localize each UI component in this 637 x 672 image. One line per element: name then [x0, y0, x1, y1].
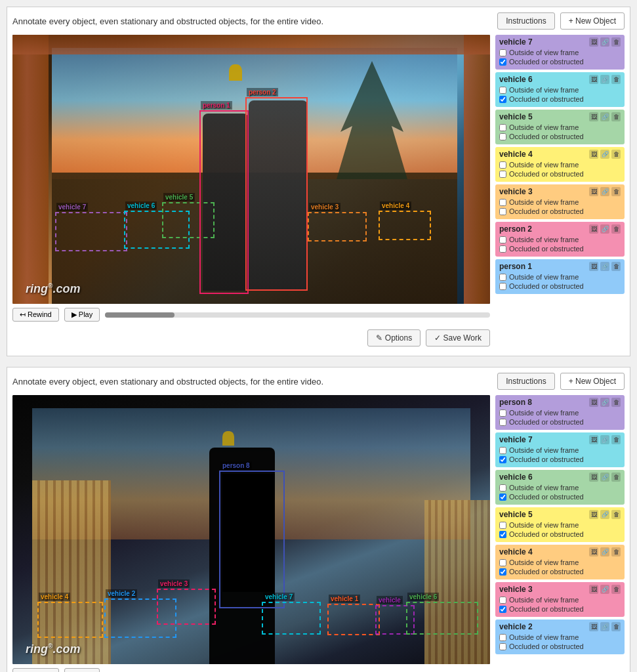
- object-header-vehicle5-p2: vehicle 5 🖼 🔗 🗑: [499, 510, 621, 519]
- delete-icon-vehicle4-p1[interactable]: 🗑: [611, 150, 621, 159]
- image-icon-vehicle5[interactable]: 🖼: [589, 112, 598, 121]
- occluded-checkbox-vehicle5-p2[interactable]: [499, 531, 506, 538]
- occluded-checkbox-vehicle2-p2[interactable]: [499, 643, 506, 650]
- link-icon-vehicle7-p2[interactable]: 🔗: [600, 435, 609, 444]
- object-name-vehicle7-p2: vehicle 7: [499, 435, 533, 444]
- object-list-2: person 8 🖼 🔗 🗑 Outside of view frame Occ…: [495, 395, 625, 672]
- link-icon-person2-p1[interactable]: 🔗: [600, 224, 609, 234]
- outside-checkbox-vehicle6-p2[interactable]: [499, 484, 506, 492]
- object-item-vehicle3-p1: vehicle 3 🖼 🔗 🗑 Outside of view frame Oc…: [495, 184, 625, 219]
- link-icon-vehicle6-p2[interactable]: 🔗: [600, 472, 609, 482]
- outside-checkbox-vehicle3-p2[interactable]: [499, 597, 506, 604]
- link-icon-vehicle5-p2[interactable]: 🔗: [600, 510, 609, 519]
- save-button-1[interactable]: ✓ Save Work: [426, 329, 490, 346]
- occluded-checkbox-vehicle5[interactable]: [499, 133, 506, 140]
- occluded-checkbox-person1-p1[interactable]: [499, 283, 506, 290]
- occluded-checkbox-person8-p2[interactable]: [499, 419, 506, 426]
- delete-icon-vehicle3-p1[interactable]: 🗑: [611, 187, 621, 196]
- play-button-2[interactable]: ▶ Play: [64, 668, 100, 672]
- occluded-checkbox-vehicle3-p1[interactable]: [499, 208, 506, 215]
- outside-checkbox-vehicle5[interactable]: [499, 124, 506, 131]
- new-object-button-1[interactable]: + New Object: [560, 12, 625, 30]
- outside-checkbox-vehicle4-p1[interactable]: [499, 161, 506, 169]
- outside-checkbox-vehicle3-p1[interactable]: [499, 199, 506, 206]
- delete-icon-person1-p1[interactable]: 🗑: [611, 262, 621, 271]
- outside-checkbox-person2-p1[interactable]: [499, 236, 506, 243]
- outside-checkbox-vehicle2-p2[interactable]: [499, 634, 506, 641]
- image-icon-person1-p1[interactable]: 🖼: [589, 262, 598, 271]
- outside-checkbox-person8-p2[interactable]: [499, 410, 506, 417]
- link-icon-person1-p1[interactable]: 🔗: [600, 262, 609, 271]
- link-icon-person8-p2[interactable]: 🔗: [600, 398, 609, 407]
- new-object-button-2[interactable]: + New Object: [560, 373, 625, 390]
- image-icon-vehicle7[interactable]: 🖼: [589, 37, 598, 47]
- occluded-checkbox-vehicle6-p2[interactable]: [499, 494, 506, 501]
- image-icon-vehicle3-p2[interactable]: 🖼: [589, 585, 598, 594]
- outside-checkbox-vehicle5-p2[interactable]: [499, 522, 506, 529]
- outside-checkbox-person1-p1[interactable]: [499, 274, 506, 281]
- image-icon-vehicle2-p2[interactable]: 🖼: [589, 622, 598, 631]
- image-icon-vehicle3-p1[interactable]: 🖼: [589, 187, 598, 196]
- image-icon-person8-p2[interactable]: 🖼: [589, 398, 598, 407]
- link-icon-vehicle3-p2[interactable]: 🔗: [600, 585, 609, 594]
- occluded-checkbox-vehicle3-p2[interactable]: [499, 606, 506, 613]
- occluded-checkbox-person2-p1[interactable]: [499, 245, 506, 253]
- link-icon-vehicle5[interactable]: 🔗: [600, 112, 609, 121]
- outside-row-vehicle3-p2: Outside of view frame: [499, 596, 621, 604]
- outside-checkbox-vehicle4-p2[interactable]: [499, 559, 506, 566]
- image-icon-vehicle6[interactable]: 🖼: [589, 75, 598, 84]
- object-name-vehicle6: vehicle 6: [499, 75, 533, 84]
- play-button-1[interactable]: ▶ Play: [64, 308, 100, 322]
- delete-icon-vehicle4-p2[interactable]: 🗑: [611, 547, 621, 556]
- image-icon-person2-p1[interactable]: 🖼: [589, 224, 598, 234]
- link-icon-vehicle6[interactable]: 🔗: [600, 75, 609, 84]
- link-icon-vehicle4-p1[interactable]: 🔗: [600, 150, 609, 159]
- options-button-1[interactable]: ✎ Options: [367, 329, 421, 346]
- object-header-vehicle6-p2: vehicle 6 🖼 🔗 🗑: [499, 472, 621, 482]
- object-name-vehicle3-p2: vehicle 3: [499, 585, 533, 594]
- image-icon-vehicle4-p1[interactable]: 🖼: [589, 150, 598, 159]
- main-content-2: vehicle 4 vehicle 2 vehicle 3 person 8 v…: [12, 395, 625, 672]
- instruction-text-2: Annotate every object, even stationary a…: [12, 377, 497, 387]
- instruction-text-1: Annotate every object, even stationary a…: [12, 16, 497, 26]
- rewind-button-1[interactable]: ↤ Rewind: [12, 308, 59, 322]
- outside-row-person2-p1: Outside of view frame: [499, 236, 621, 243]
- image-icon-vehicle7-p2[interactable]: 🖼: [589, 435, 598, 444]
- delete-icon-vehicle5[interactable]: 🗑: [611, 112, 621, 121]
- outside-checkbox-vehicle6[interactable]: [499, 87, 506, 94]
- occluded-checkbox-vehicle7[interactable]: [499, 58, 506, 66]
- object-item-vehicle6: vehicle 6 🖼 🔗 🗑 Outside of view frame Oc…: [495, 72, 625, 107]
- link-icon-vehicle2-p2[interactable]: 🔗: [600, 622, 609, 631]
- image-icon-vehicle6-p2[interactable]: 🖼: [589, 472, 598, 482]
- delete-icon-vehicle7-p2[interactable]: 🗑: [611, 435, 621, 444]
- instructions-button-1[interactable]: Instructions: [497, 12, 554, 30]
- rewind-button-2[interactable]: ↤ Rewind: [12, 668, 59, 672]
- occluded-checkbox-vehicle4-p1[interactable]: [499, 171, 506, 178]
- occluded-checkbox-vehicle6[interactable]: [499, 96, 506, 103]
- progress-bar-1[interactable]: [105, 312, 490, 318]
- link-icon-vehicle7[interactable]: 🔗: [600, 37, 609, 47]
- occluded-row-vehicle6: Occluded or obstructed: [499, 95, 621, 103]
- outside-checkbox-vehicle7-p2[interactable]: [499, 447, 506, 454]
- instructions-button-2[interactable]: Instructions: [497, 373, 554, 390]
- object-icons-vehicle2-p2: 🖼 🔗 🗑: [589, 622, 621, 631]
- occluded-row-vehicle3-p2: Occluded or obstructed: [499, 605, 621, 613]
- occluded-label-person1-p1: Occluded or obstructed: [509, 282, 584, 290]
- delete-icon-vehicle7[interactable]: 🗑: [611, 37, 621, 47]
- link-icon-vehicle3-p1[interactable]: 🔗: [600, 187, 609, 196]
- wood-top-1: [12, 35, 490, 54]
- outside-checkbox-vehicle7[interactable]: [499, 49, 506, 56]
- delete-icon-vehicle5-p2[interactable]: 🗑: [611, 510, 621, 519]
- delete-icon-person2-p1[interactable]: 🗑: [611, 224, 621, 234]
- delete-icon-vehicle3-p2[interactable]: 🗑: [611, 585, 621, 594]
- delete-icon-vehicle6[interactable]: 🗑: [611, 75, 621, 84]
- image-icon-vehicle4-p2[interactable]: 🖼: [589, 547, 598, 556]
- image-icon-vehicle5-p2[interactable]: 🖼: [589, 510, 598, 519]
- delete-icon-vehicle6-p2[interactable]: 🗑: [611, 472, 621, 482]
- object-header-person1-p1: person 1 🖼 🔗 🗑: [499, 262, 621, 271]
- delete-icon-vehicle2-p2[interactable]: 🗑: [611, 622, 621, 631]
- occluded-checkbox-vehicle4-p2[interactable]: [499, 568, 506, 576]
- delete-icon-person8-p2[interactable]: 🗑: [611, 398, 621, 407]
- occluded-checkbox-vehicle7-p2[interactable]: [499, 456, 506, 463]
- link-icon-vehicle4-p2[interactable]: 🔗: [600, 547, 609, 556]
